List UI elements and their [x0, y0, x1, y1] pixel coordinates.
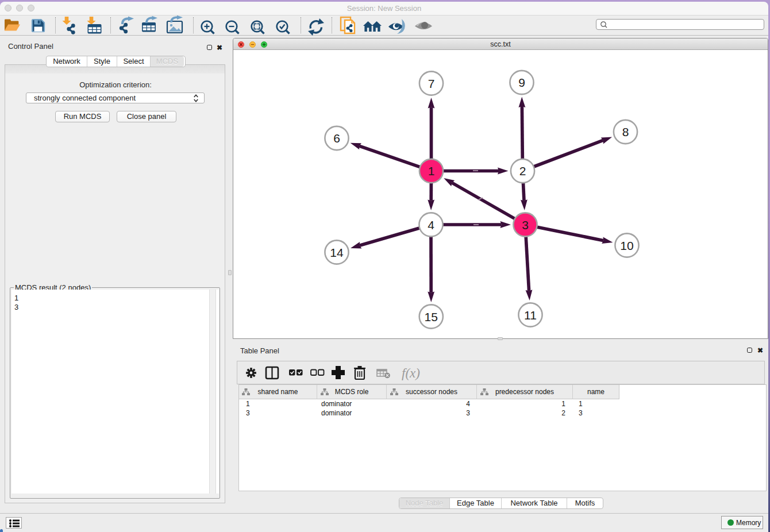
svg-text:7: 7 — [428, 77, 435, 90]
svg-text:f(x): f(x) — [402, 366, 420, 380]
svg-text:8: 8 — [622, 125, 629, 138]
svg-text:6: 6 — [333, 132, 340, 145]
svg-text:2: 2 — [519, 164, 526, 178]
svg-text:3: 3 — [522, 218, 529, 232]
svg-text:1: 1 — [428, 164, 435, 178]
svg-text:11: 11 — [524, 309, 537, 322]
svg-text:15: 15 — [425, 310, 438, 323]
svg-text:4: 4 — [428, 218, 434, 232]
svg-text:14: 14 — [330, 246, 344, 259]
svg-text:9: 9 — [518, 76, 525, 89]
svg-text:10: 10 — [620, 239, 633, 252]
